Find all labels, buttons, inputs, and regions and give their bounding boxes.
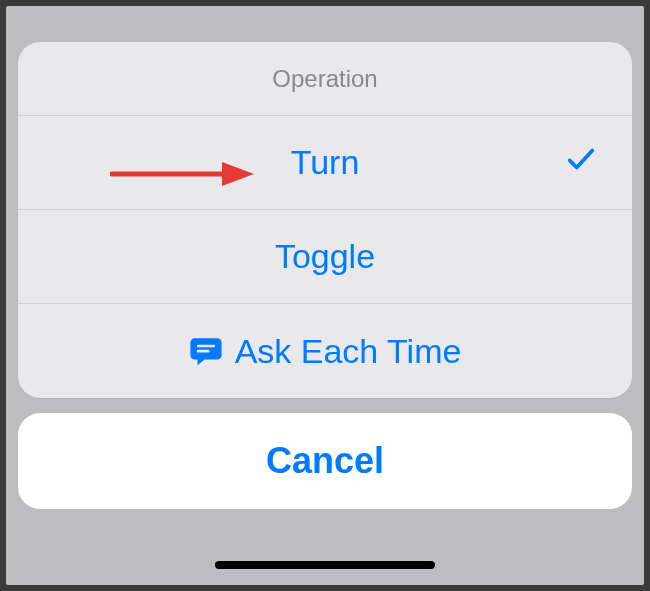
svg-rect-1 xyxy=(196,350,209,353)
action-sheet-container: Operation Turn Toggle xyxy=(18,42,632,509)
operation-action-sheet: Operation Turn Toggle xyxy=(18,42,632,398)
cancel-button[interactable]: Cancel xyxy=(18,413,632,509)
option-turn-label: Turn xyxy=(291,143,360,182)
home-indicator[interactable] xyxy=(215,561,435,569)
option-ask-each-time[interactable]: Ask Each Time xyxy=(18,304,632,398)
option-toggle[interactable]: Toggle xyxy=(18,210,632,304)
sheet-title-label: Operation xyxy=(272,65,377,93)
screenshot-frame: Operation Turn Toggle xyxy=(6,6,644,585)
cancel-label: Cancel xyxy=(266,440,384,482)
option-ask-label: Ask Each Time xyxy=(235,332,462,371)
svg-rect-0 xyxy=(196,345,214,348)
option-toggle-label: Toggle xyxy=(275,237,375,276)
sheet-title: Operation xyxy=(18,42,632,116)
speech-bubble-icon xyxy=(189,335,223,367)
checkmark-icon xyxy=(564,142,598,184)
option-turn[interactable]: Turn xyxy=(18,116,632,210)
